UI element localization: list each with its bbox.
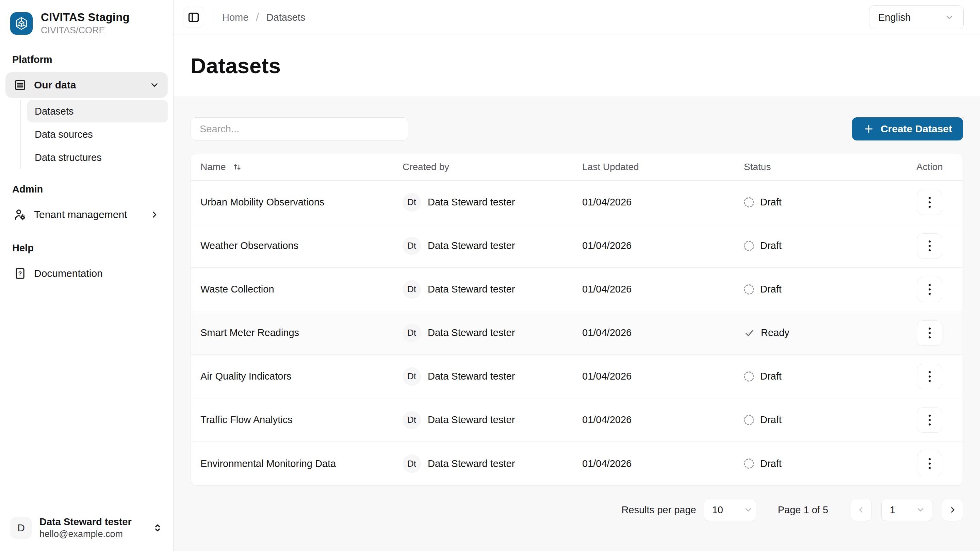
- last-updated: 01/04/2026: [582, 371, 744, 382]
- chevron-down-icon: [150, 80, 159, 90]
- user-menu[interactable]: D Data Steward tester hello@example.com: [0, 507, 173, 551]
- table-header: Name Created by Last Updated Status Acti…: [191, 153, 963, 181]
- dataset-name: Traffic Flow Analytics: [200, 414, 402, 426]
- breadcrumb-current: Datasets: [266, 12, 305, 23]
- user-email: hello@example.com: [40, 529, 145, 540]
- creator-avatar: Dt: [402, 454, 421, 473]
- app-title: CIVITAS Staging: [41, 11, 130, 24]
- breadcrumb-home[interactable]: Home: [222, 12, 248, 23]
- column-header-last-updated: Last Updated: [582, 162, 744, 172]
- creator-name: Data Steward tester: [428, 327, 515, 338]
- last-updated: 01/04/2026: [582, 284, 744, 295]
- table-row[interactable]: Urban Mobility Observations Dt Data Stew…: [191, 181, 963, 224]
- table-row[interactable]: Air Quality Indicators Dt Data Steward t…: [191, 355, 963, 398]
- results-per-page-value: 10: [712, 504, 723, 516]
- create-dataset-label: Create Dataset: [881, 123, 952, 135]
- last-updated: 01/04/2026: [582, 327, 744, 338]
- panel-icon: [187, 11, 200, 24]
- title-band: Datasets: [173, 35, 980, 96]
- create-dataset-button[interactable]: Create Dataset: [852, 118, 963, 140]
- sidebar-item-tenant-management[interactable]: Tenant management: [5, 202, 168, 227]
- status-draft-icon: [744, 284, 754, 295]
- language-value: English: [878, 12, 911, 23]
- column-header-action: Action: [909, 162, 950, 172]
- row-actions-button[interactable]: [917, 190, 942, 215]
- results-per-page-select[interactable]: 10: [704, 499, 756, 521]
- section-label-platform: Platform: [12, 54, 161, 65]
- page-title: Datasets: [191, 53, 281, 78]
- status-draft-icon: [744, 415, 754, 425]
- dataset-name: Waste Collection: [200, 284, 402, 295]
- sidebar-item-data-structures[interactable]: Data structures: [27, 146, 168, 169]
- status-label: Draft: [760, 284, 782, 295]
- sidebar-item-label: Documentation: [34, 268, 103, 279]
- current-page-value: 1: [890, 504, 895, 516]
- doc-question-icon: ?: [14, 267, 27, 280]
- user-avatar: D: [10, 517, 32, 539]
- plus-icon: [863, 123, 875, 135]
- breadcrumb-separator: /: [256, 11, 259, 23]
- column-header-created-by: Created by: [402, 162, 582, 172]
- table-body: Urban Mobility Observations Dt Data Stew…: [191, 181, 963, 485]
- previous-page-button[interactable]: [851, 499, 872, 521]
- search-input[interactable]: [191, 118, 408, 140]
- row-actions-button[interactable]: [917, 233, 942, 259]
- chevron-right-icon: [948, 505, 957, 514]
- sidebar-item-label: Tenant management: [34, 209, 127, 221]
- row-actions-button[interactable]: [917, 364, 942, 389]
- table-row[interactable]: Waste Collection Dt Data Steward tester …: [191, 268, 963, 311]
- svg-text:?: ?: [18, 270, 22, 277]
- user-gear-icon: [14, 208, 27, 221]
- table-row[interactable]: Environmental Monitoring Data Dt Data St…: [191, 442, 963, 485]
- next-page-button[interactable]: [942, 499, 963, 521]
- user-name: Data Steward tester: [40, 516, 145, 527]
- sidebar-item-our-data[interactable]: Our data: [5, 72, 168, 98]
- row-actions-button[interactable]: [917, 408, 942, 433]
- sidebar-item-documentation[interactable]: ? Documentation: [5, 260, 168, 286]
- row-actions-button[interactable]: [917, 277, 942, 302]
- sort-icon[interactable]: [232, 162, 242, 172]
- last-updated: 01/04/2026: [582, 240, 744, 251]
- our-data-subnav: Datasets Data sources Data structures: [21, 100, 168, 169]
- table-row[interactable]: Smart Meter Readings Dt Data Steward tes…: [191, 311, 963, 355]
- column-header-status: Status: [744, 162, 909, 172]
- sidebar-toggle-button[interactable]: [183, 7, 204, 28]
- table-row[interactable]: Traffic Flow Analytics Dt Data Steward t…: [191, 398, 963, 442]
- chevron-up-down-icon: [152, 522, 163, 533]
- sidebar-item-data-sources[interactable]: Data sources: [27, 123, 168, 146]
- creator-avatar: Dt: [402, 237, 421, 255]
- last-updated: 01/04/2026: [582, 458, 744, 469]
- chevron-left-icon: [857, 505, 865, 514]
- brand[interactable]: CIVITAS Staging CIVITAS/CORE: [0, 0, 173, 39]
- content: Create Dataset Name Created by Last Upda…: [173, 96, 980, 551]
- creator-name: Data Steward tester: [428, 458, 515, 469]
- chevron-down-icon: [743, 505, 753, 514]
- results-per-page-label: Results per page: [621, 504, 696, 516]
- status-label: Draft: [760, 240, 782, 251]
- language-select[interactable]: English: [869, 5, 964, 29]
- sidebar-nav: Platform Our data Datasets Data sources …: [0, 39, 173, 507]
- page-number-select[interactable]: 1: [881, 499, 932, 521]
- status-draft-icon: [744, 241, 754, 251]
- status-label: Draft: [760, 197, 782, 208]
- table-row[interactable]: Weather Observations Dt Data Steward tes…: [191, 224, 963, 268]
- status-draft-icon: [744, 197, 754, 208]
- creator-avatar: Dt: [402, 367, 421, 386]
- column-header-name: Name: [200, 162, 226, 172]
- pagination: Results per page 10 Page 1 of 5 1: [191, 499, 963, 521]
- sidebar: CIVITAS Staging CIVITAS/CORE Platform Ou…: [0, 0, 173, 551]
- row-actions-button[interactable]: [917, 321, 942, 346]
- row-actions-button[interactable]: [917, 451, 942, 476]
- creator-avatar: Dt: [402, 280, 421, 299]
- last-updated: 01/04/2026: [582, 197, 744, 208]
- creator-name: Data Steward tester: [428, 414, 515, 426]
- sidebar-item-datasets[interactable]: Datasets: [27, 100, 168, 122]
- last-updated: 01/04/2026: [582, 414, 744, 426]
- dataset-name: Urban Mobility Observations: [200, 197, 402, 208]
- creator-avatar: Dt: [402, 324, 421, 342]
- chevron-right-icon: [150, 210, 159, 220]
- main-area: Home / Datasets English Datasets Create …: [173, 0, 980, 551]
- dataset-name: Environmental Monitoring Data: [200, 458, 402, 469]
- toolbar: Create Dataset: [191, 118, 963, 140]
- status-label: Draft: [760, 414, 782, 426]
